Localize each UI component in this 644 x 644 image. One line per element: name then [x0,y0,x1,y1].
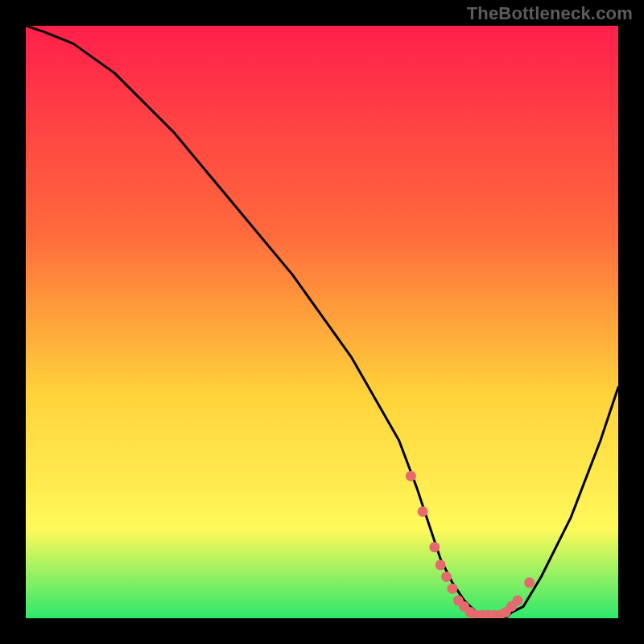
marker-dot [436,559,446,570]
gradient-background [26,26,618,618]
marker-dot [429,542,440,552]
marker-dot [418,506,428,517]
chart-frame: TheBottleneck.com [0,0,644,644]
chart-plot-area [26,26,618,618]
marker-dot [447,584,457,594]
marker-dot [406,471,416,481]
watermark-text: TheBottleneck.com [467,3,633,24]
marker-dot [441,572,452,582]
marker-dot [524,577,535,588]
marker-dot [512,595,522,605]
chart-svg [26,26,618,618]
